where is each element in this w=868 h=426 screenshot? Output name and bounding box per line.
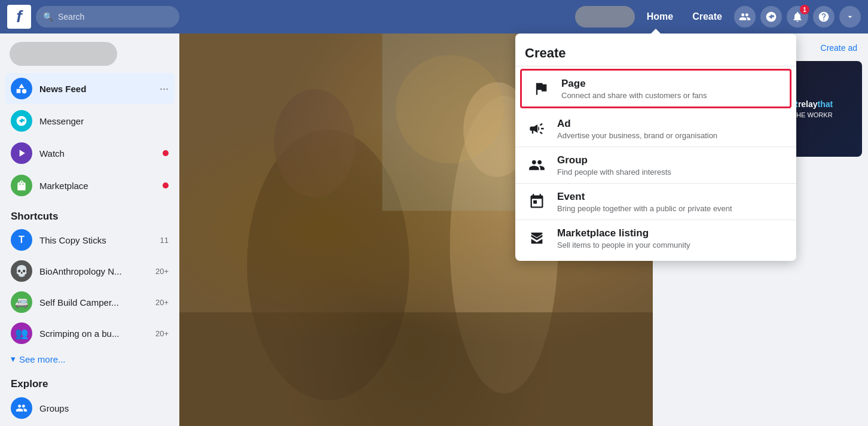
self-build-label: Self Build Camper...: [39, 297, 148, 308]
this-copy-sticks-badge: 11: [160, 236, 169, 245]
sidebar: News Feed ··· Messenger Watch Marketplac…: [0, 34, 179, 426]
notifications-icon-button[interactable]: 1: [787, 6, 808, 28]
create-dropdown-title: Create: [515, 38, 796, 66]
shortcut-item-this-copy-sticks[interactable]: T This Copy Sticks 11: [5, 225, 175, 255]
sidebar-item-news-feed[interactable]: News Feed ···: [5, 73, 175, 104]
bioanthropology-label: BioAnthropology N...: [39, 266, 148, 276]
dropdown-icon-button[interactable]: [839, 6, 861, 28]
create-menu-item-page[interactable]: Page Connect and share with customers or…: [520, 69, 791, 108]
page-create-name: Page: [561, 78, 783, 90]
marketplace-listing-create-desc: Sell items to people in your community: [557, 241, 787, 249]
facebook-logo: f: [7, 5, 31, 29]
home-button[interactable]: Home: [640, 8, 680, 26]
ad-create-name: Ad: [557, 118, 787, 130]
news-feed-options[interactable]: ···: [160, 83, 169, 95]
news-feed-label: News Feed: [39, 84, 152, 94]
ad-create-icon: [525, 117, 549, 141]
user-avatar[interactable]: [575, 6, 635, 28]
watch-notification-dot: [163, 150, 169, 156]
shortcut-item-self-build[interactable]: 🚐 Self Build Camper... 20+: [5, 287, 175, 317]
page-create-texts: Page Connect and share with customers or…: [561, 78, 783, 100]
ad-create-desc: Advertise your business, brand or organi…: [557, 131, 787, 140]
event-create-desc: Bring people together with a public or p…: [557, 204, 787, 213]
svg-point-0: [22, 89, 27, 94]
scrimping-badge: 20+: [155, 329, 169, 338]
svg-rect-9: [179, 312, 653, 426]
page-create-icon: [529, 77, 553, 101]
self-build-badge: 20+: [155, 298, 169, 307]
shortcut-item-scrimping[interactable]: 👥 Scrimping on a bu... 20+: [5, 318, 175, 348]
news-feed-icon: [11, 78, 32, 99]
ad-relaythat-title: Rrelaythat: [792, 99, 833, 109]
page-create-desc: Connect and share with customers or fans: [561, 91, 783, 100]
scrimping-avatar: 👥: [11, 322, 32, 344]
self-build-avatar: 🚐: [11, 291, 32, 313]
marketplace-icon: [11, 175, 32, 196]
create-dropdown: Create Page Connect and share with custo…: [515, 34, 796, 261]
marketplace-listing-create-texts: Marketplace listing Sell items to people…: [557, 227, 787, 249]
shortcuts-section-label: Shortcuts: [5, 206, 175, 225]
group-create-texts: Group Find people with shared interests: [557, 154, 787, 177]
sidebar-item-marketplace[interactable]: Marketplace: [5, 170, 175, 201]
marketplace-listing-create-name: Marketplace listing: [557, 227, 787, 239]
svg-point-4: [274, 89, 355, 197]
ad-create-texts: Ad Advertise your business, brand or org…: [557, 118, 787, 140]
help-icon-button[interactable]: [813, 6, 835, 28]
marketplace-listing-create-icon: [525, 226, 549, 250]
explore-section-label: Explore: [5, 373, 175, 392]
shortcut-item-bioanthropology[interactable]: 💀 BioAnthropology N... 20+: [5, 256, 175, 286]
sidebar-user-avatar[interactable]: [10, 42, 117, 66]
groups-label: Groups: [39, 403, 169, 413]
event-create-texts: Event Bring people together with a publi…: [557, 191, 787, 213]
marketplace-notification-dot: [163, 182, 169, 188]
marketplace-label: Marketplace: [39, 181, 155, 191]
top-nav: f 🔍 Home Create 1: [0, 0, 868, 34]
create-button[interactable]: Create: [685, 8, 729, 26]
this-copy-sticks-avatar: T: [11, 229, 32, 251]
svg-rect-1: [17, 89, 21, 93]
bioanthropology-avatar: 💀: [11, 260, 32, 282]
search-icon: 🔍: [43, 12, 53, 22]
search-bar[interactable]: 🔍: [36, 6, 179, 28]
messenger-icon-button[interactable]: [760, 6, 782, 28]
watch-label: Watch: [39, 148, 155, 159]
see-more-button[interactable]: ▾ See more...: [5, 349, 175, 369]
group-create-desc: Find people with shared interests: [557, 168, 787, 177]
this-copy-sticks-label: This Copy Sticks: [39, 235, 153, 245]
group-create-icon: [525, 153, 549, 177]
event-create-icon: [525, 190, 549, 214]
bioanthropology-badge: 20+: [155, 267, 169, 276]
friends-icon-button[interactable]: [734, 6, 756, 28]
create-menu-item-marketplace-listing[interactable]: Marketplace listing Sell items to people…: [515, 220, 796, 256]
messenger-sidebar-icon: [11, 110, 32, 132]
dropdown-arrow: [651, 29, 661, 34]
group-create-name: Group: [557, 154, 787, 166]
ad-relaythat-subtitle: THE WORKR: [792, 111, 832, 118]
watch-icon: [11, 142, 32, 164]
see-more-label: See more...: [19, 354, 66, 364]
sidebar-item-messenger[interactable]: Messenger: [5, 105, 175, 136]
groups-icon: [11, 397, 32, 419]
sidebar-item-watch[interactable]: Watch: [5, 138, 175, 169]
create-menu-item-ad[interactable]: Ad Advertise your business, brand or org…: [515, 111, 796, 147]
create-menu-item-event[interactable]: Event Bring people together with a publi…: [515, 184, 796, 220]
see-more-chevron-icon: ▾: [11, 354, 16, 364]
event-create-name: Event: [557, 191, 787, 203]
svg-point-8: [396, 55, 504, 163]
sidebar-item-groups[interactable]: Groups: [5, 392, 175, 424]
messenger-label: Messenger: [39, 116, 169, 126]
notification-count: 1: [800, 5, 809, 14]
search-input[interactable]: [58, 12, 172, 22]
create-menu-item-group[interactable]: Group Find people with shared interests: [515, 147, 796, 184]
scrimping-label: Scrimping on a bu...: [39, 328, 148, 339]
